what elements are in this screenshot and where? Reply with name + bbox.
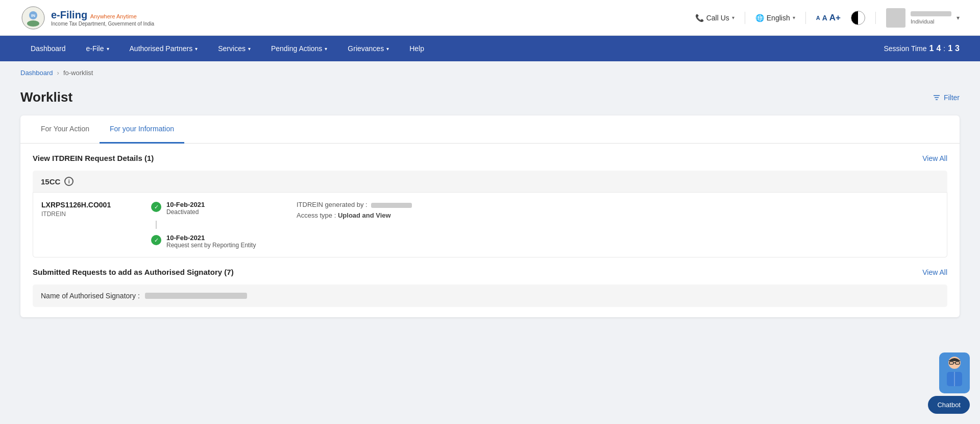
breadcrumb-dashboard[interactable]: Dashboard [20,69,53,77]
phone-icon: 📞 [695,14,704,22]
user-dropdown-icon[interactable]: ▾ [957,14,960,21]
nav-authorised-arrow: ▾ [195,46,198,52]
timeline-date-1: 10-Feb-2021 [166,201,205,208]
session-time: Session Time 1 4 : 1 3 [884,44,960,53]
nav-help[interactable]: Help [399,36,434,61]
signatory-row: Name of Authorised Signatory : [41,292,939,300]
nav-authorised-partners-label: Authorised Partners [130,44,193,53]
timeline-desc-2: Request sent by Reporting Entity [166,242,256,249]
generated-by-redacted [371,203,412,208]
itdrein-section-title: View ITDREIN Request Details (1) [33,154,154,162]
signatory-view-all-button[interactable]: View All [922,268,947,276]
nav-grievances[interactable]: Grievances ▾ [337,36,399,61]
info-icon[interactable]: i [64,177,74,186]
divider-2 [805,12,806,24]
logo-tagline: Anywhere Anytime [90,13,137,19]
timeline-content-2: 10-Feb-2021 Request sent by Reporting En… [166,234,256,249]
svg-point-2 [27,20,39,27]
user-area: Individual ▾ [886,8,960,28]
font-medium-button[interactable]: A [822,14,827,22]
globe-icon: 🌐 [755,14,764,22]
nav-authorised-partners[interactable]: Authorised Partners ▾ [119,36,208,61]
chatbot-label: Chatbot [937,401,961,409]
timeline-content-1: 10-Feb-2021 Deactivated [166,201,205,216]
filter-label: Filter [944,93,960,102]
itdrein-view-all-button[interactable]: View All [922,154,947,162]
generated-by-label: ITDREIN generated by : [297,201,368,208]
form-15cc-box: 15CC i LXRPS1126H.CO001 ITDREIN ✓ [33,171,947,257]
page-title: Worklist [20,89,72,105]
nav-pending-label: Pending Actions [271,44,322,53]
card-body: View ITDREIN Request Details (1) View Al… [20,144,960,317]
session-d1: 1 [929,44,934,53]
breadcrumb-separator: › [57,69,59,77]
signatory-name-redacted [145,293,247,299]
divider-1 [745,12,745,24]
check-icon-2: ✓ [151,235,161,245]
svg-text:IN: IN [31,13,35,18]
form-label: 15CC [41,177,60,186]
session-d4: 3 [955,44,960,53]
tab-info-label: For your Information [110,125,174,133]
logo-efiling: e-Filing Anywhere Anytime [51,9,154,21]
contrast-button[interactable] [851,11,865,25]
access-type-label: Access type : [297,211,336,219]
request-id-col: LXRPS1126H.CO001 ITDREIN [41,201,133,218]
call-us-button[interactable]: 📞 Call Us ▾ [695,14,734,22]
tabs-container: For Your Action For your Information [20,115,960,144]
chatbot-avatar-figure [939,352,970,393]
request-id: LXRPS1126H.CO001 [41,201,133,209]
itdrein-section-header: View ITDREIN Request Details (1) View Al… [33,154,947,162]
language-dropdown-icon: ▾ [793,15,795,20]
emblem-icon: IN [20,5,46,31]
navbar: Dashboard e-File ▾ Authorised Partners ▾… [0,36,980,61]
request-type: ITDREIN [41,210,133,218]
nav-dashboard[interactable]: Dashboard [20,36,76,61]
nav-services[interactable]: Services ▾ [208,36,261,61]
nav-services-label: Services [218,44,246,53]
header: IN e-Filing Anywhere Anytime Income Tax … [0,0,980,36]
nav-dashboard-label: Dashboard [31,44,66,53]
form-box-header: 15CC i [33,171,947,192]
filter-icon [933,93,941,102]
tab-for-your-action[interactable]: For Your Action [31,115,100,144]
timeline-line-1 [156,221,157,229]
access-type-value: Upload and View [338,211,391,219]
font-size-controls: A A A+ [816,13,841,23]
access-type-row: Access type : Upload and View [297,211,939,219]
logo-dept: Income Tax Department, Government of Ind… [51,21,154,27]
nav-pending-arrow: ▾ [325,46,327,52]
info-col: ITDREIN generated by : Access type : Upl… [297,201,939,222]
chatbot-container: Chatbot [928,352,970,414]
signatory-box: Name of Authorised Signatory : [33,285,947,307]
language-button[interactable]: 🌐 English ▾ [755,14,795,22]
logo-text-group: e-Filing Anywhere Anytime Income Tax Dep… [51,9,154,27]
divider-3 [875,12,876,24]
timeline-date-2: 10-Feb-2021 [166,234,256,242]
font-large-button[interactable]: A+ [829,13,841,23]
timeline-item-1: ✓ 10-Feb-2021 Deactivated [151,201,281,216]
nav-pending-actions[interactable]: Pending Actions ▾ [261,36,337,61]
session-d2: 4 [936,44,941,53]
logo-area: IN e-Filing Anywhere Anytime Income Tax … [20,5,154,31]
font-small-button[interactable]: A [816,15,820,21]
timeline-desc-1: Deactivated [166,208,205,216]
page-header: Worklist Filter [20,89,960,105]
chatbot-button[interactable]: Chatbot [928,396,970,414]
session-label: Session Time [884,44,926,53]
breadcrumb-current: fo-worklist [63,69,93,77]
signatory-name-label: Name of Authorised Signatory : [41,292,140,300]
user-info: Individual [911,11,951,25]
tab-for-your-information[interactable]: For your Information [100,115,184,144]
form-box-body: LXRPS1126H.CO001 ITDREIN ✓ 10-Feb-2021 D… [33,192,947,257]
user-avatar [886,8,905,28]
header-right: 📞 Call Us ▾ 🌐 English ▾ A A A+ Individua… [695,8,960,28]
nav-grievances-label: Grievances [348,44,384,53]
session-colon: : [943,44,945,53]
nav-efile[interactable]: e-File ▾ [76,36,119,61]
generated-by-row: ITDREIN generated by : [297,201,939,208]
nav-help-label: Help [409,44,424,53]
request-row: LXRPS1126H.CO001 ITDREIN ✓ 10-Feb-2021 D… [41,201,939,249]
session-d3: 1 [948,44,952,53]
filter-button[interactable]: Filter [933,93,960,102]
